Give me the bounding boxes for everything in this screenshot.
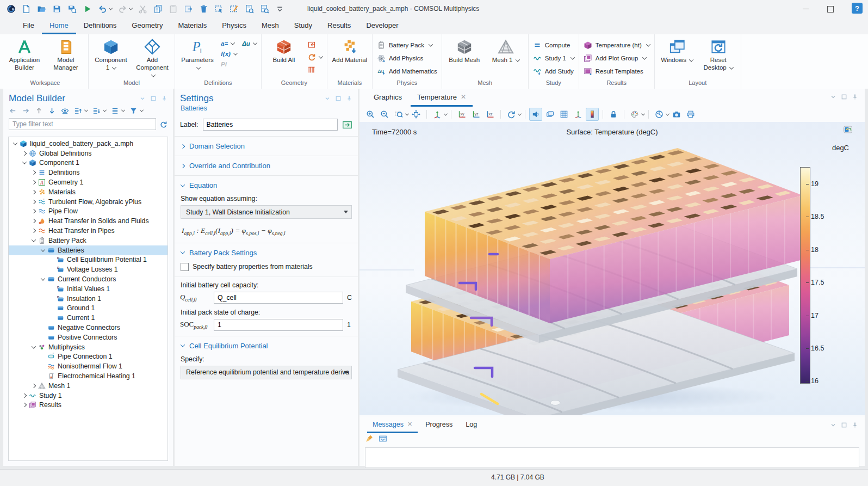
ribbon-battery-pack-button[interactable]: Battery Pack — [377, 41, 437, 50]
plot-thumbnail-icon[interactable] — [844, 126, 853, 133]
ribbon-mini-button[interactable] — [307, 53, 323, 61]
print-button[interactable] — [684, 108, 697, 121]
rename-icon[interactable] — [342, 120, 352, 130]
ribbon-add-study-button[interactable]: Add Study — [533, 67, 574, 76]
tree-filter-input[interactable] — [9, 118, 156, 130]
list-up-button[interactable] — [74, 107, 88, 115]
ribbon-mesh-1-button[interactable]: Mesh 1 — [488, 36, 524, 64]
graphics-tab-temperature[interactable]: Temperature✕ — [411, 89, 473, 107]
panel-maximize-icon[interactable] — [335, 95, 342, 102]
delete-button[interactable] — [198, 3, 209, 15]
zoom-in-button[interactable] — [364, 108, 377, 121]
comsol-logo-button[interactable] — [5, 3, 17, 15]
maximize-button[interactable] — [818, 0, 843, 18]
tree-node-cell-equilibrium-potential-1[interactable]: DCell Equilibrium Potential 1 — [9, 255, 168, 265]
copy-button[interactable] — [152, 3, 164, 15]
tree-node-current-1[interactable]: Current 1 — [9, 313, 168, 323]
tree-node-positive-connectors[interactable]: Positive Connectors — [9, 333, 168, 342]
panel-maximize-icon[interactable] — [841, 94, 847, 100]
tree-node-battery-pack[interactable]: Battery Pack — [9, 236, 168, 245]
undo-button[interactable] — [97, 3, 113, 15]
zoom-box-button[interactable] — [392, 108, 405, 121]
tree-node-materials[interactable]: Materials — [9, 187, 168, 197]
ribbon-study-1-button[interactable]: Study 1 — [533, 54, 574, 63]
menu-tab-materials[interactable]: Materials — [170, 18, 214, 34]
ribbon-application-builder-button[interactable]: Application Builder — [7, 36, 42, 72]
ribbon-mini-button[interactable] — [307, 40, 316, 49]
capacity-input[interactable] — [214, 292, 343, 304]
help-button[interactable]: ? — [852, 3, 863, 14]
section-equation[interactable]: Equation — [175, 176, 358, 195]
panel-menu-chevron-icon[interactable] — [324, 95, 331, 102]
ribbon-component-1-button[interactable]: Component 1 — [93, 36, 129, 72]
tree-node-heat-transfer-in-solids-and-fluids[interactable]: Heat Transfer in Solids and Fluids — [9, 216, 168, 226]
ribbon-mini-button[interactable] — [307, 65, 316, 74]
panel-maximize-icon[interactable] — [150, 95, 157, 102]
messages-tab-progress[interactable]: Progress — [420, 417, 458, 433]
run-button[interactable] — [82, 3, 93, 15]
ribbon-reset-desktop-button[interactable]: Reset Desktop — [700, 36, 736, 72]
palette-button[interactable] — [628, 108, 641, 121]
messages-tab-log[interactable]: Log — [460, 417, 482, 433]
tree-node-insulation-1[interactable]: DInsulation 1 — [9, 294, 168, 304]
tree-node-liquid-cooled-battery-pack-a-mph[interactable]: liquid_cooled_battery_pack_a.mph — [9, 139, 168, 149]
label-input[interactable] — [203, 119, 338, 131]
tree-node-turbulent-flow-algebraic-yplus[interactable]: *Turbulent Flow, Algebraic yPlus — [9, 197, 168, 207]
ribbon-add-component-button[interactable]: Add Component — [134, 36, 170, 79]
messages-output[interactable] — [365, 447, 859, 468]
tree-node-batteries[interactable]: Batteries — [9, 245, 168, 255]
ribbon-model-manager-button[interactable]: Model Manager — [48, 36, 84, 72]
color-legend-button[interactable] — [586, 108, 599, 121]
funnel-button[interactable] — [129, 107, 143, 115]
broom-button[interactable] — [365, 434, 374, 445]
panel-menu-chevron-icon[interactable] — [830, 422, 836, 428]
close-tab-icon[interactable]: ✕ — [407, 421, 412, 428]
find-doc-button[interactable] — [244, 3, 255, 15]
menu-tab-physics[interactable]: Physics — [214, 18, 254, 34]
ribbon-add-material-button[interactable]: Add Material — [332, 36, 368, 64]
select-region-button[interactable] — [213, 3, 225, 15]
menu-tab-geometry[interactable]: Geometry — [124, 18, 170, 34]
tree-node-global-definitions[interactable]: Global Definitions — [9, 149, 168, 158]
tree-node-geometry-1[interactable]: AGeometry 1 — [9, 177, 168, 187]
show-eye-button[interactable] — [61, 107, 69, 115]
go-view-button[interactable] — [431, 108, 444, 121]
scene-light-button[interactable] — [543, 108, 556, 121]
tree-node-pipe-flow[interactable]: Pipe Flow — [9, 207, 168, 217]
ribbon-add-mathematics-button[interactable]: ΔuAdd Mathematics — [377, 67, 437, 76]
save-search-button[interactable] — [66, 3, 78, 15]
zoom-out-button[interactable] — [378, 108, 391, 121]
panel-pin-icon[interactable] — [161, 95, 168, 102]
arrow-left-button[interactable] — [9, 107, 17, 115]
view-xy-button[interactable]: xy — [455, 108, 468, 121]
view-xz-button[interactable]: xz — [483, 108, 497, 121]
menu-tab-results[interactable]: Results — [320, 18, 358, 34]
redo-button[interactable] — [117, 3, 133, 15]
ribbon-mini-button[interactable]: Pi — [221, 61, 227, 67]
tree-node-nonisothermal-flow-1[interactable]: Nonisothermal Flow 1 — [9, 361, 168, 371]
panel-pin-icon[interactable] — [852, 422, 858, 428]
menu-tab-file[interactable]: File — [15, 18, 42, 34]
find-table-button[interactable] — [259, 3, 270, 15]
list-plain-button[interactable] — [111, 107, 125, 115]
view-yz-button[interactable]: yz — [469, 108, 482, 121]
open-folder-button[interactable] — [36, 3, 47, 15]
menu-tab-study[interactable]: Study — [287, 18, 320, 34]
panel-menu-chevron-icon[interactable] — [830, 94, 836, 100]
paste-button[interactable] — [168, 3, 179, 15]
messages-tab-messages[interactable]: Messages✕ — [367, 417, 418, 433]
specify-from-materials-checkbox[interactable] — [181, 263, 189, 271]
tree-node-ground-1[interactable]: Ground 1 — [9, 304, 168, 313]
ribbon-mini-button[interactable]: f(x) — [221, 51, 237, 57]
menu-tab-home[interactable]: Home — [42, 18, 76, 34]
menu-tab-mesh[interactable]: Mesh — [254, 18, 287, 34]
tree-node-heat-transfer-in-pipes[interactable]: Heat Transfer in Pipes — [9, 226, 168, 236]
speaker-button[interactable] — [529, 108, 542, 121]
menu-tab-definitions[interactable]: Definitions — [76, 18, 125, 34]
minimize-button[interactable] — [793, 0, 818, 18]
tree-node-pipe-connection-1[interactable]: *Pipe Connection 1 — [9, 352, 168, 362]
tree-node-component-1[interactable]: Component 1 — [9, 158, 168, 168]
list-down-button[interactable] — [92, 107, 106, 115]
camera-button[interactable] — [670, 108, 683, 121]
ribbon-build-mesh-button[interactable]: Build Mesh — [447, 36, 482, 64]
